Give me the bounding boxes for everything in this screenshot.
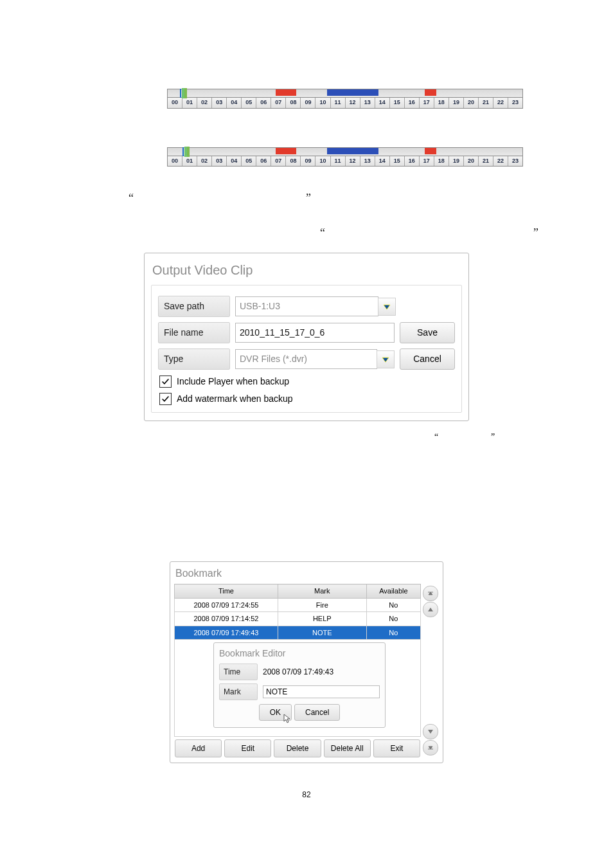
type-dropdown-icon[interactable]	[377, 350, 395, 368]
timeline-1: 0001020304050607080910111213141516171819…	[167, 89, 523, 109]
bookmark-exit-button[interactable]: Exit	[373, 739, 420, 757]
bookmark-dialog: Bookmark Time Mark Available 2008 07/09 …	[170, 561, 443, 763]
timeline-hour: 05	[242, 98, 256, 108]
bookmark-title: Bookmark	[174, 566, 439, 584]
quote-row-3: “ ”	[39, 430, 574, 443]
include-player-label: Include Player when backup	[177, 375, 289, 388]
svg-marker-5	[428, 730, 433, 734]
timeline-hour: 01	[182, 98, 197, 108]
svg-marker-2	[382, 357, 389, 362]
timeline-hour: 00	[168, 98, 182, 108]
timeline-1-scale: 0001020304050607080910111213141516171819…	[167, 98, 523, 109]
timeline-hour: 19	[449, 156, 464, 167]
scroll-bottom-icon[interactable]	[423, 740, 438, 755]
editor-cancel-button[interactable]: Cancel	[294, 704, 340, 721]
timeline-hour: 08	[286, 156, 301, 167]
timeline-hour: 04	[227, 156, 242, 167]
add-watermark-label: Add watermark when backup	[177, 392, 293, 406]
include-player-checkbox[interactable]	[159, 375, 172, 388]
timeline-hour: 14	[375, 156, 390, 167]
timeline-hour: 21	[479, 98, 493, 108]
timeline-hour: 13	[360, 98, 375, 108]
save-button[interactable]: Save	[400, 322, 455, 343]
timeline-hour: 00	[168, 156, 182, 167]
bookmark-add-button[interactable]: Add	[175, 739, 222, 757]
timeline-hour: 20	[464, 156, 479, 167]
bookmark-table: Time Mark Available 2008 07/09 17:24:55 …	[174, 584, 421, 640]
timeline-hour: 15	[390, 98, 405, 108]
timeline-hour: 11	[331, 156, 346, 167]
timeline-hour: 17	[420, 156, 434, 167]
timeline-hour: 05	[242, 156, 256, 167]
timeline-2: 0001020304050607080910111213141516171819…	[167, 147, 523, 167]
save-path-field[interactable]: USB-1:U3	[235, 296, 378, 316]
col-available[interactable]: Available	[366, 584, 420, 599]
bookmark-editor-title: Bookmark Editor	[219, 647, 380, 660]
col-mark[interactable]: Mark	[278, 584, 366, 599]
bookmark-editor-dialog: Bookmark Editor Time 2008 07/09 17:49:43…	[213, 642, 386, 728]
timeline-hour: 06	[256, 98, 271, 108]
timeline-hour: 18	[434, 156, 449, 167]
page-number: 82	[39, 789, 574, 800]
timeline-hour: 02	[197, 98, 212, 108]
timeline-hour: 10	[315, 156, 330, 167]
timeline-hour: 10	[315, 98, 330, 108]
timeline-hour: 03	[212, 156, 227, 167]
timeline-hour: 09	[301, 156, 315, 167]
timeline-hour: 22	[493, 156, 508, 167]
cursor-icon	[283, 713, 293, 723]
editor-time-label: Time	[219, 664, 258, 680]
bookmark-edit-button[interactable]: Edit	[224, 739, 271, 757]
editor-mark-label: Mark	[219, 683, 258, 700]
timeline-hour: 18	[434, 98, 449, 108]
timeline-hour: 01	[182, 156, 197, 167]
type-field[interactable]: DVR Files (*.dvr)	[235, 349, 377, 369]
timeline-hour: 22	[493, 98, 508, 108]
timeline-hour: 02	[197, 156, 212, 167]
save-path-dropdown-icon[interactable]	[378, 298, 396, 316]
quote-row-2: “ ”	[39, 224, 574, 240]
timeline-hour: 13	[360, 156, 375, 167]
timeline-hour: 12	[346, 156, 360, 167]
timeline-hour: 23	[508, 156, 522, 167]
timeline-hour: 16	[405, 98, 420, 108]
timeline-hour: 16	[405, 156, 420, 167]
table-row[interactable]: 2008 07/09 17:24:55 Fire No	[175, 598, 421, 612]
timeline-hour: 12	[346, 98, 360, 108]
table-row-selected[interactable]: 2008 07/09 17:49:43 NOTE No	[175, 626, 421, 640]
timeline-hour: 19	[449, 98, 464, 108]
bookmark-delete-all-button[interactable]: Delete All	[324, 739, 371, 757]
timeline-hour: 11	[331, 98, 346, 108]
timeline-2-scale: 0001020304050607080910111213141516171819…	[167, 156, 523, 167]
editor-mark-input[interactable]	[263, 685, 380, 698]
svg-marker-4	[428, 608, 433, 611]
col-time[interactable]: Time	[175, 584, 278, 599]
svg-marker-0	[384, 305, 390, 309]
timeline-hour: 23	[508, 98, 522, 108]
timeline-hour: 14	[375, 98, 390, 108]
timeline-hour: 09	[301, 98, 315, 108]
timeline-hour: 15	[390, 156, 405, 167]
type-label: Type	[158, 348, 230, 370]
cancel-button[interactable]: Cancel	[400, 348, 455, 370]
timeline-hour: 06	[256, 156, 271, 167]
save-path-label: Save path	[158, 296, 230, 317]
file-name-field[interactable]: 2010_11_15_17_0_6	[235, 323, 395, 343]
timeline-hour: 17	[420, 98, 434, 108]
add-watermark-checkbox[interactable]	[159, 393, 172, 405]
file-name-label: File name	[158, 322, 230, 343]
scroll-up-icon[interactable]	[423, 602, 438, 617]
editor-time-value: 2008 07/09 17:49:43	[263, 666, 333, 678]
timeline-hour: 07	[271, 98, 286, 108]
output-video-clip-dialog: Output Video Clip Save path USB-1:U3 Fil…	[144, 253, 469, 421]
timeline-hour: 07	[271, 156, 286, 167]
dialog-title: Output Video Clip	[151, 258, 462, 285]
quote-row-1: “ ”	[39, 190, 574, 205]
scroll-down-icon[interactable]	[423, 724, 438, 739]
timeline-hour: 03	[212, 98, 227, 108]
timeline-hour: 04	[227, 98, 242, 108]
scroll-top-icon[interactable]	[423, 586, 438, 601]
bookmark-delete-button[interactable]: Delete	[274, 739, 321, 757]
table-row[interactable]: 2008 07/09 17:14:52 HELP No	[175, 612, 421, 626]
timeline-hour: 08	[286, 98, 301, 108]
